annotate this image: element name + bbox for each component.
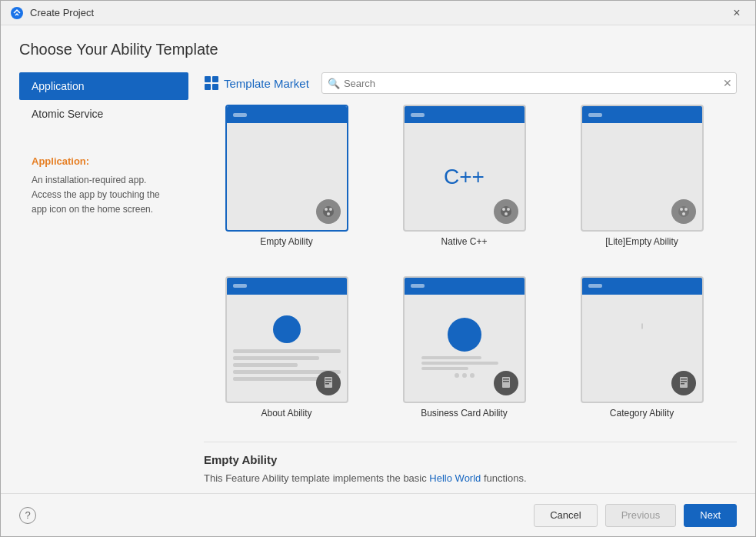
badge-icon-lite [677,205,691,218]
template-card-about-ability[interactable]: About Ability [204,276,369,435]
template-market-icon [204,75,219,91]
desc-text: This Feature Ability template implements… [204,471,737,486]
template-badge-lite [671,199,696,224]
desc-text-after: functions. [481,472,526,484]
sidebar-desc-title: Application: [32,155,176,167]
template-badge-category [671,371,696,395]
search-icon: 🔍 [328,78,340,89]
template-label-biz-ability: Business Card Ability [421,408,508,419]
template-card-native-cpp[interactable]: C++ [381,105,547,264]
template-badge-empty [316,199,341,224]
svg-rect-4 [212,84,218,90]
badge-icon-about [323,376,334,390]
svg-point-14 [680,208,683,211]
description-area: Empty Ability This Feature Ability templ… [204,442,737,494]
template-card-category-ability[interactable]: Category Ability [559,276,724,435]
template-market-label: Template Market [204,75,309,91]
sidebar-description: Application: An installation-required ap… [19,146,188,227]
svg-rect-23 [503,381,509,382]
desc-text-before: This Feature Ability template implements… [204,472,429,484]
badge-icon-category [678,376,689,390]
content-area: Template Market 🔍 ✕ [204,72,737,493]
template-label-native-cpp: Native C++ [441,236,487,247]
svg-rect-22 [503,379,509,380]
title-bar-label: Create Project [30,7,728,18]
previous-button[interactable]: Previous [605,504,677,527]
svg-rect-27 [681,383,684,385]
template-label-about-ability: About Ability [261,408,311,419]
desc-text-highlight: Hello World [429,472,481,484]
title-bar: Create Project × [1,1,755,25]
svg-point-7 [329,208,332,211]
template-label-empty-ability: Empty Ability [260,236,313,247]
template-badge-biz [494,371,518,395]
dialog-content: Choose Your Ability Template Application… [1,25,755,493]
sidebar-item-application[interactable]: Application [19,72,188,100]
badge-icon-empty [321,205,335,218]
dialog-heading: Choose Your Ability Template [19,41,737,58]
svg-point-16 [682,212,685,215]
svg-point-6 [325,208,328,211]
app-icon [10,6,24,20]
footer-buttons: Cancel Previous Next [534,504,737,527]
template-preview-empty-ability [225,105,348,232]
template-label-category-ability: Category Ability [610,408,674,419]
svg-point-10 [502,208,505,211]
desc-title: Empty Ability [204,453,737,466]
templates-grid-wrapper: Empty Ability C++ [204,105,737,435]
template-preview-lite-empty [581,105,704,232]
help-button[interactable]: ? [19,507,36,524]
template-badge-about [316,371,341,395]
template-preview-about-ability [225,276,348,403]
template-badge-cpp [494,199,518,224]
template-preview-native-cpp: C++ [403,105,526,232]
badge-icon-cpp [499,205,513,218]
window: Create Project × Choose Your Ability Tem… [0,0,756,537]
svg-point-11 [507,208,510,211]
svg-rect-19 [325,381,331,382]
svg-rect-3 [205,84,211,90]
close-button[interactable]: × [728,4,746,22]
svg-point-15 [684,208,688,211]
templates-grid: Empty Ability C++ [204,105,737,435]
template-card-empty-ability[interactable]: Empty Ability [204,105,369,264]
main-area: Application Atomic Service Application: … [19,72,737,493]
svg-rect-25 [681,379,687,380]
template-preview-biz-ability [403,276,526,403]
sidebar: Application Atomic Service Application: … [19,72,188,493]
template-card-biz-ability[interactable]: Business Card Ability [381,276,547,435]
footer-left: ? [19,507,36,524]
svg-rect-20 [325,383,329,385]
svg-point-12 [505,212,508,215]
svg-rect-2 [212,76,218,82]
content-header: Template Market 🔍 ✕ [204,72,737,94]
badge-icon-biz [501,376,511,390]
clear-search-button[interactable]: ✕ [723,77,732,89]
template-preview-category-ability [581,276,704,403]
search-input[interactable] [321,72,737,94]
sidebar-item-atomic-service[interactable]: Atomic Service [19,100,188,128]
svg-point-8 [327,212,330,215]
cancel-button[interactable]: Cancel [534,504,597,527]
search-box: 🔍 ✕ [321,72,737,94]
next-button[interactable]: Next [684,504,737,527]
svg-rect-18 [325,379,331,380]
cpp-icon: C++ [444,165,485,189]
template-card-lite-empty[interactable]: [Lite]Empty Ability [559,105,724,264]
sidebar-desc-text: An installation-required app. Access the… [32,173,176,218]
svg-rect-26 [681,381,687,382]
footer: ? Cancel Previous Next [1,493,755,536]
svg-rect-1 [205,76,211,82]
template-label-lite-empty: [Lite]Empty Ability [605,236,678,247]
